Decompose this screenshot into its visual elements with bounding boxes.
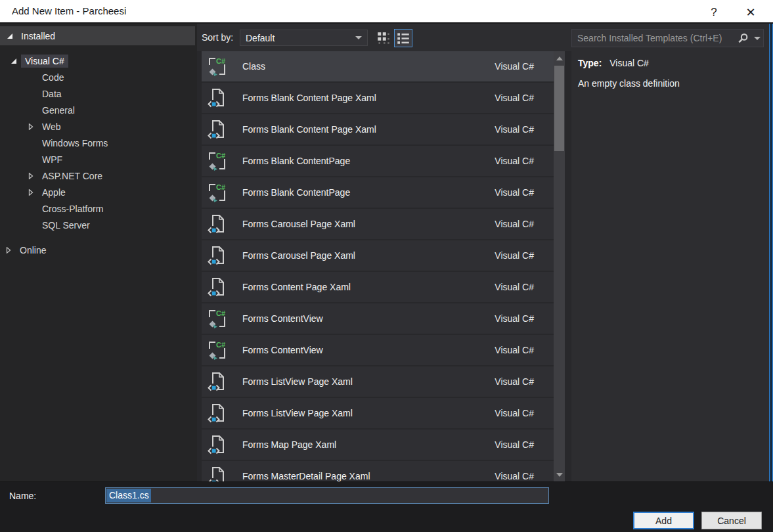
sidebar-item-online[interactable]: Online [0, 242, 197, 258]
template-name: Forms ListView Page Xaml [242, 408, 495, 418]
template-row-forms-contentview[interactable]: C#Forms ContentViewVisual C# [202, 303, 554, 334]
cancel-button[interactable]: Cancel [701, 512, 762, 529]
sidebar-item-code[interactable]: Code [0, 69, 197, 85]
template-row-forms-listview-page-xaml[interactable]: Forms ListView Page XamlVisual C# [202, 398, 554, 428]
template-row-forms-blank-content-page-xaml[interactable]: Forms Blank Content Page XamlVisual C# [202, 83, 554, 113]
list-view-button[interactable] [394, 29, 412, 47]
svg-text:C#: C# [216, 57, 225, 65]
csharp-class-icon: C# [207, 56, 228, 77]
template-row-forms-contentview[interactable]: C#Forms ContentViewVisual C# [202, 335, 554, 365]
template-row-forms-listview-page-xaml[interactable]: Forms ListView Page XamlVisual C# [202, 366, 554, 397]
xaml-page-icon [207, 434, 228, 455]
expanded-arrow-icon[interactable] [9, 58, 18, 64]
svg-text:C#: C# [216, 341, 225, 349]
xaml-page-icon [207, 466, 228, 481]
small-icons-view-icon [377, 32, 390, 45]
collapsed-arrow-icon[interactable] [26, 189, 35, 196]
xaml-page-icon [207, 277, 228, 298]
sidebar-item-label: Visual C# [21, 55, 68, 68]
csharp-class-icon: C# [207, 308, 228, 329]
sort-dropdown-value: Default [246, 33, 355, 43]
search-icon[interactable] [734, 33, 751, 44]
sidebar-item-data[interactable]: Data [0, 85, 197, 102]
close-button[interactable]: ✕ [738, 3, 764, 22]
xaml-page-icon [207, 119, 228, 140]
sidebar-item-label: Web [38, 120, 65, 133]
xaml-page-icon [207, 403, 228, 424]
help-button[interactable]: ? [701, 3, 727, 22]
template-row-class[interactable]: C#ClassVisual C# [202, 51, 554, 81]
small-icons-view-button[interactable] [374, 29, 393, 47]
scrollbar-thumb[interactable] [554, 66, 564, 151]
template-name: Class [242, 61, 495, 72]
sort-by-label: Sort by: [202, 32, 233, 43]
dialog-body: Installed Visual C#CodeDataGeneralWebWin… [0, 24, 773, 481]
collapsed-arrow-icon[interactable] [26, 173, 35, 179]
template-row-forms-content-page-xaml[interactable]: Forms Content Page XamlVisual C# [202, 272, 554, 302]
sidebar-item-cross-platform[interactable]: Cross-Platform [0, 200, 197, 217]
search-box[interactable] [571, 29, 764, 47]
details-panel: Type: Visual C# An empty class definitio… [571, 24, 769, 481]
sort-dropdown[interactable]: Default [240, 30, 368, 46]
xaml-page-icon [207, 119, 228, 140]
scroll-down-icon[interactable] [554, 469, 565, 480]
template-language: Visual C# [495, 250, 534, 261]
template-language: Visual C# [495, 93, 534, 103]
csharp-class-icon: C# [207, 182, 228, 203]
search-options-chevron-icon[interactable] [751, 37, 763, 40]
template-name: Forms Carousel Page Xaml [242, 250, 495, 261]
sidebar-item-apple[interactable]: Apple [0, 184, 197, 200]
template-row-forms-blank-contentpage[interactable]: C#Forms Blank ContentPageVisual C# [202, 146, 554, 176]
dialog-footer: Name: Class1.cs Add Cancel [0, 481, 773, 532]
template-panel: Sort by: Default C#ClassVisual [197, 24, 571, 481]
template-row-forms-carousel-page-xaml[interactable]: Forms Carousel Page XamlVisual C# [202, 240, 554, 271]
xaml-page-icon [207, 277, 228, 298]
xaml-page-icon [207, 371, 228, 392]
sidebar-item-general[interactable]: General [0, 102, 197, 118]
template-language: Visual C# [495, 282, 534, 292]
sidebar-item-windows-forms[interactable]: Windows Forms [0, 135, 197, 151]
installed-group-header[interactable]: Installed [0, 26, 195, 45]
template-row-forms-blank-contentpage[interactable]: C#Forms Blank ContentPageVisual C# [202, 177, 554, 208]
list-view-icon [397, 32, 410, 45]
template-language: Visual C# [495, 345, 534, 355]
xaml-page-icon [207, 245, 228, 266]
template-name: Forms ContentView [242, 313, 495, 324]
template-language: Visual C# [495, 124, 534, 135]
xaml-page-icon [207, 87, 228, 108]
template-name: Forms ListView Page Xaml [242, 376, 495, 387]
sidebar-item-asp-net-core[interactable]: ASP.NET Core [0, 167, 197, 184]
xaml-page-icon [207, 213, 228, 234]
list-scrollbar[interactable] [554, 51, 565, 481]
type-value: Visual C# [609, 58, 649, 68]
template-name: Forms Blank Content Page Xaml [242, 124, 495, 135]
template-row-forms-carousel-page-xaml[interactable]: Forms Carousel Page XamlVisual C# [202, 209, 554, 239]
template-row-forms-blank-content-page-xaml[interactable]: Forms Blank Content Page XamlVisual C# [202, 114, 554, 144]
sidebar-item-visual-c[interactable]: Visual C# [0, 53, 197, 69]
template-name: Forms Blank ContentPage [242, 156, 495, 166]
name-label: Name: [9, 491, 36, 501]
dialog-title: Add New Item - Parcheesi [12, 5, 126, 16]
sidebar-item-web[interactable]: Web [0, 118, 197, 135]
category-panel: Installed Visual C#CodeDataGeneralWebWin… [0, 24, 197, 481]
name-input[interactable]: Class1.cs [105, 487, 549, 504]
collapsed-arrow-icon [5, 247, 12, 254]
template-name: Forms Carousel Page Xaml [242, 219, 495, 229]
scroll-up-icon[interactable] [554, 53, 565, 64]
collapsed-arrow-icon[interactable] [4, 247, 13, 254]
sidebar-item-sql-server[interactable]: SQL Server [0, 217, 197, 233]
template-row-forms-masterdetail-page-xaml[interactable]: Forms MasterDetail Page XamlVisual C# [202, 461, 554, 481]
collapsed-arrow-icon[interactable] [26, 123, 35, 130]
add-button[interactable]: Add [633, 512, 694, 529]
sidebar-item-label: Windows Forms [38, 137, 112, 150]
sidebar-item-label: ASP.NET Core [38, 169, 106, 183]
template-name: Forms Blank Content Page Xaml [242, 93, 495, 103]
template-list: C#ClassVisual C#Forms Blank Content Page… [202, 51, 554, 481]
template-description: An empty class definition [578, 78, 680, 89]
search-input[interactable] [572, 30, 734, 47]
xaml-page-icon [207, 245, 228, 266]
sidebar-item-label: Code [38, 71, 68, 84]
svg-text:C#: C# [216, 152, 225, 160]
sidebar-item-wpf[interactable]: WPF [0, 151, 197, 167]
template-row-forms-map-page-xaml[interactable]: Forms Map Page XamlVisual C# [202, 430, 554, 460]
